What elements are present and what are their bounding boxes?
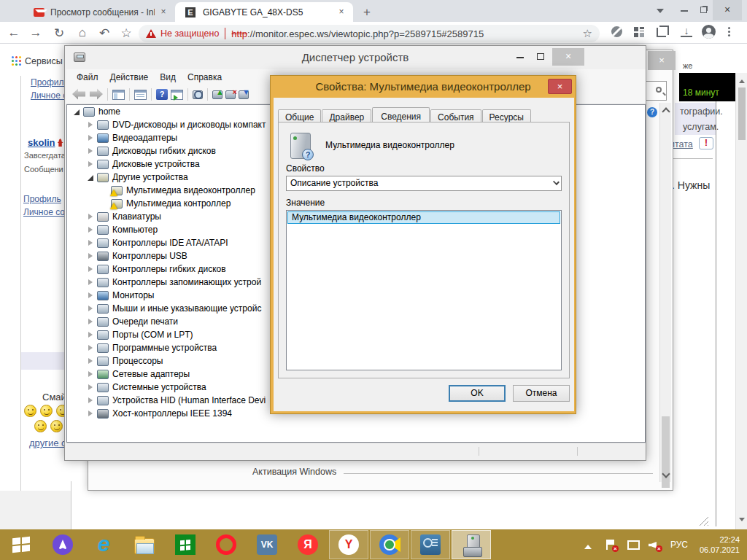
extension-squares-icon[interactable] — [634, 27, 644, 37]
more-smilies-link[interactable]: другие с — [29, 438, 66, 448]
taskbar-explorer[interactable] — [125, 530, 164, 559]
taskbar-ybrowser[interactable]: Y — [329, 530, 368, 559]
security-chip[interactable]: Не защищено — [160, 28, 219, 39]
update-driver-icon[interactable]: ▲ — [212, 90, 222, 99]
extension-screenshot-icon[interactable] — [657, 28, 666, 37]
expander-icon[interactable] — [87, 174, 95, 182]
property-dropdown[interactable]: Описание устройства — [286, 176, 562, 191]
background-window-scrollbar[interactable] — [659, 103, 671, 482]
back-icon[interactable]: ← — [6, 26, 22, 40]
maximize-button[interactable] — [530, 48, 551, 66]
tab-close-icon[interactable]: × — [158, 7, 169, 18]
minimize-button[interactable] — [510, 48, 530, 66]
taskbar-ie[interactable]: e — [84, 530, 123, 559]
chrome-menu-icon[interactable] — [728, 27, 730, 29]
taskbar-control[interactable] — [411, 530, 450, 559]
show-console-tree-icon[interactable] — [112, 90, 125, 100]
expander-icon[interactable] — [87, 370, 95, 378]
background-window-close-button[interactable]: × — [648, 51, 676, 70]
cancel-button[interactable]: Отмена — [513, 385, 570, 402]
menu-файл[interactable]: Файл — [71, 71, 104, 84]
action-center-flag-icon[interactable]: × — [605, 539, 616, 551]
expander-icon[interactable] — [87, 331, 95, 339]
back-icon[interactable] — [72, 88, 86, 101]
selected-value-row[interactable]: Мультимедиа видеоконтроллер — [287, 211, 560, 224]
expander-icon[interactable] — [87, 239, 95, 247]
username-link[interactable]: skolin — [28, 137, 55, 148]
home-icon[interactable]: ⌂ — [74, 26, 90, 40]
menu-справка[interactable]: Справка — [182, 71, 228, 84]
scan-hw-changes-icon[interactable]: ▼ — [239, 90, 249, 99]
menu-вид[interactable]: Вид — [154, 71, 182, 84]
ok-button[interactable]: OK — [449, 385, 506, 402]
tab-gigabyte[interactable]: e GIGABYTE GA_48X-DS5 × — [175, 2, 353, 22]
smiley-icon[interactable] — [40, 405, 53, 417]
profile-link-bottom[interactable]: Профиль — [23, 194, 61, 204]
browser-close-button[interactable]: × — [713, 0, 742, 20]
undo-extension-icon[interactable]: ↶ — [96, 26, 112, 41]
taskbar-chrome[interactable] — [370, 530, 409, 559]
bookmark-star-icon[interactable]: ☆ — [118, 26, 134, 41]
tab-close-icon[interactable]: × — [336, 7, 347, 18]
browser-minimize-button[interactable] — [675, 0, 694, 20]
taskbar-alice[interactable] — [43, 530, 82, 559]
expander-icon[interactable] — [87, 279, 95, 287]
report-post-button[interactable]: ! — [699, 137, 713, 149]
expander-icon[interactable] — [87, 305, 95, 313]
taskbar-vk[interactable]: VK — [247, 530, 287, 559]
textarea-resize-grip-icon[interactable] — [698, 516, 708, 526]
expander-icon[interactable] — [87, 121, 95, 129]
taskbar-yandex[interactable]: Я — [288, 530, 328, 559]
search-box-fragment[interactable] — [645, 81, 667, 101]
scroll-up-icon[interactable] — [662, 107, 670, 115]
expander-icon[interactable] — [87, 397, 95, 405]
expander-icon[interactable] — [87, 410, 95, 418]
expander-icon[interactable] — [87, 357, 95, 365]
scan-computer-icon[interactable] — [193, 90, 203, 99]
browser-restore-button[interactable] — [694, 0, 713, 20]
profile-avatar-icon[interactable] — [702, 25, 716, 39]
scrollbar-thumb[interactable] — [738, 88, 746, 140]
uninstall-device-icon[interactable]: × — [225, 90, 236, 99]
services-grid-icon[interactable] — [12, 56, 14, 58]
bookmark-services[interactable]: Сервисы — [25, 56, 63, 66]
expander-icon[interactable] — [87, 318, 95, 326]
network-icon[interactable] — [627, 539, 638, 551]
expander-icon[interactable] — [87, 384, 95, 392]
expander-icon[interactable] — [87, 160, 95, 168]
expander-icon[interactable] — [87, 344, 95, 352]
language-indicator[interactable]: РУС — [670, 540, 688, 550]
address-bar[interactable]: Не защищено http://monitor.espec.ws/view… — [139, 25, 600, 42]
volume-muted-icon[interactable]: × — [649, 539, 660, 551]
url-text[interactable]: http://monitor.espec.ws/viewtopic.php?p=… — [231, 28, 578, 39]
smiley-icon[interactable] — [50, 420, 63, 432]
forward-icon[interactable] — [89, 88, 103, 101]
expander-icon[interactable] — [87, 213, 95, 221]
properties-icon[interactable] — [134, 90, 147, 100]
page-scrollbar[interactable] — [735, 73, 747, 529]
expander-icon[interactable] — [73, 108, 81, 116]
expander-icon[interactable] — [87, 292, 95, 300]
omnibox-star-icon[interactable]: ☆ — [583, 27, 592, 40]
expander-icon[interactable] — [87, 252, 95, 260]
scroll-up-icon[interactable] — [739, 77, 745, 83]
clock[interactable]: 22:24 06.07.2021 — [700, 534, 740, 555]
private-message-link-bottom[interactable]: Личное со — [23, 207, 65, 217]
extension-adblock-icon[interactable] — [611, 26, 622, 37]
dialog-close-button[interactable]: × — [548, 79, 572, 94]
help-icon[interactable]: ? — [156, 89, 168, 100]
tab-inbox[interactable]: Просмотр сообщения - Inbox M × — [26, 2, 175, 22]
help-icon[interactable]: ? — [647, 107, 657, 117]
menu-действие[interactable]: Действие — [104, 71, 155, 84]
taskbar-opera[interactable] — [206, 530, 246, 559]
taskbar-devmgr[interactable] — [452, 530, 491, 559]
expander-icon[interactable] — [87, 147, 95, 155]
tray-expand-icon[interactable] — [584, 541, 592, 549]
scroll-down-icon[interactable] — [739, 518, 745, 524]
close-button[interactable]: × — [552, 48, 584, 66]
forward-icon[interactable]: → — [28, 26, 44, 40]
value-listbox[interactable]: Мультимедиа видеоконтроллер — [286, 210, 562, 370]
smiley-icon[interactable] — [34, 420, 47, 432]
tab-list-chevron-icon[interactable] — [657, 9, 664, 17]
taskbar-store[interactable] — [166, 530, 205, 559]
